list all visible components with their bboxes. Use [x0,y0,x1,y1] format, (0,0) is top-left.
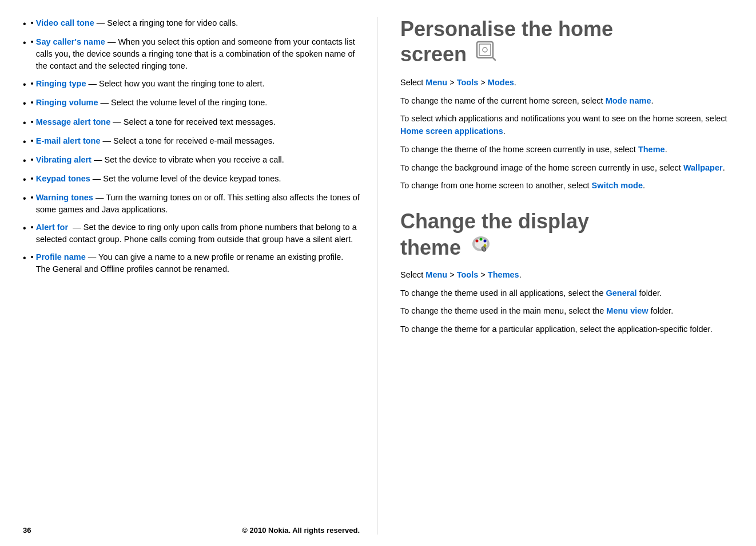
palette-icon [470,233,492,255]
link-tools-1: Tools [457,78,479,87]
item-content: Message alert tone — Select a tone for r… [36,116,276,129]
bullet: • [31,192,36,216]
list-item: • Say caller's name — When you select th… [23,36,360,72]
page-number: 36 [23,526,31,535]
link-general: General [606,288,637,298]
link-mode-name: Mode name [606,96,651,105]
term-warning-tones: Warning tones [36,193,93,202]
left-column: • Video call tone — Select a ringing ton… [23,17,377,535]
right-column: Personalise the home screen Select Menu [377,17,733,535]
item-content: Video call tone — Select a ringing tone … [36,17,238,30]
link-home-screen-applications: Home screen applications [400,126,503,136]
list-item: • Video call tone — Select a ringing ton… [23,17,360,30]
term-video-call-tone: Video call tone [36,18,94,27]
link-modes: Modes [488,78,514,87]
item-content: Keypad tones — Set the volume level of t… [36,173,281,186]
link-theme-1: Theme [638,145,665,154]
link-menu-2: Menu [425,270,447,279]
para-mode-name: To change the name of the current home s… [400,95,733,108]
para-home-screen-apps: To select which applications and notific… [400,113,733,138]
section-title-personalise: Personalise the home screen [400,17,733,66]
para-select-modes: Select Menu > Tools > Modes. [400,77,733,89]
term-keypad-tones: Keypad tones [36,174,90,183]
list-item: • Keypad tones — Set the volume level of… [23,173,360,186]
bullet: • [31,173,36,186]
link-switch-mode: Switch mode [592,181,643,190]
bullet-list: • Video call tone — Select a ringing ton… [23,17,360,281]
item-content: Alert for — Set the device to ring only … [36,221,360,246]
viewfinder-icon [476,41,496,61]
section-personalise: Personalise the home screen Select Menu [400,17,733,198]
bullet: • [31,97,36,110]
para-wallpaper: To change the background image of the ho… [400,162,733,175]
svg-point-2 [483,48,487,52]
bullet: • [31,78,36,91]
bullet: • [31,116,36,129]
svg-point-6 [476,240,479,243]
link-menu-view: Menu view [606,306,648,315]
link-wallpaper: Wallpaper [683,163,723,172]
title-text-personalise: Personalise the home screen [400,17,613,66]
para-switch-mode: To change from one home screen to anothe… [400,180,733,192]
svg-line-3 [492,57,495,60]
list-item: • Message alert tone — Select a tone for… [23,116,360,129]
item-content: Profile name — You can give a name to a … [36,251,360,275]
link-menu-1: Menu [425,78,447,87]
link-themes: Themes [488,270,519,279]
item-content: Vibrating alert — Set the device to vibr… [36,154,284,167]
copyright: © 2010 Nokia. All rights reserved. [242,526,360,535]
bullet: • [31,36,36,72]
link-tools-2: Tools [457,270,479,279]
section-title-change-theme: Change the display theme [400,209,733,260]
bullet: • [31,251,36,275]
bullet: • [31,17,36,30]
term-alert-for: Alert for [36,223,68,232]
title-text-change-theme: Change the display theme [400,209,589,260]
term-email-alert-tone: E-mail alert tone [36,136,101,145]
term-say-callers-name: Say caller's name [36,37,105,46]
bullet: • [31,154,36,167]
page-footer: 36 © 2010 Nokia. All rights reserved. [23,520,360,535]
para-general-folder: To change the theme used in all applicat… [400,287,733,300]
list-item: • Warning tones — Turn the warning tones… [23,192,360,216]
svg-point-7 [480,238,483,241]
bullet: • [31,221,36,246]
list-item: • E-mail alert tone — Select a tone for … [23,135,360,148]
item-content: E-mail alert tone — Select a tone for re… [36,135,274,148]
item-content: Ringing type — Select how you want the r… [36,78,265,91]
term-profile-name: Profile name [36,252,86,262]
section-change-theme: Change the display theme [400,209,733,342]
term-vibrating-alert: Vibrating alert [36,155,91,164]
para-app-specific-folder: To change the theme for a particular app… [400,323,733,336]
para-select-themes: Select Menu > Tools > Themes. [400,269,733,282]
page: • Video call tone — Select a ringing ton… [0,0,756,546]
item-content: Warning tones — Turn the warning tones o… [36,192,360,216]
list-item: • Ringing volume — Select the volume lev… [23,97,360,110]
para-menu-view-folder: To change the theme used in the main men… [400,305,733,318]
svg-rect-1 [479,44,491,56]
bullet: • [31,135,36,148]
list-item: • Ringing type — Select how you want the… [23,78,360,91]
item-content: Ringing volume — Select the volume level… [36,97,268,110]
term-ringing-volume: Ringing volume [36,98,98,107]
list-item: • Alert for — Set the device to ring onl… [23,221,360,246]
item-content: Say caller's name — When you select this… [36,36,360,72]
para-theme: To change the theme of the home screen c… [400,144,733,156]
list-item: • Vibrating alert — Set the device to vi… [23,154,360,167]
list-item: • Profile name — You can give a name to … [23,251,360,275]
term-message-alert-tone: Message alert tone [36,117,111,126]
term-ringing-type: Ringing type [36,79,86,88]
svg-point-8 [484,240,487,243]
